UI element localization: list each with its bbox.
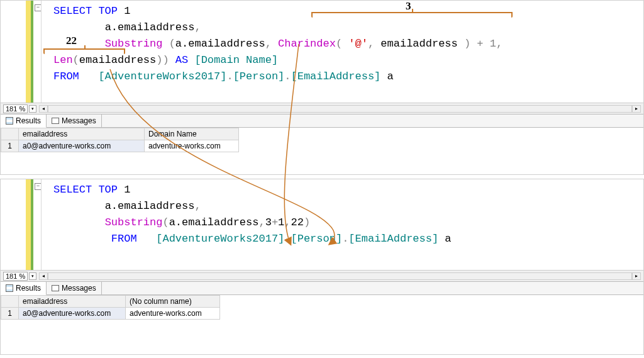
code-area-top[interactable]: − 3 22 SELECT TOP 1 a.emailaddress, Subs… xyxy=(1,1,643,103)
kw-select: SELECT xyxy=(53,184,92,196)
arg-email: a.emailaddress xyxy=(175,38,265,50)
tab-messages-label: Messages xyxy=(62,116,96,125)
db-name: [AdventureWorks2017] xyxy=(98,70,226,82)
tab-results[interactable]: Results xyxy=(1,115,47,128)
kw-as: AS xyxy=(175,54,188,66)
fn-charindex: Charindex xyxy=(278,38,336,50)
brace-22 xyxy=(43,48,125,55)
alias-a: a xyxy=(387,70,394,82)
paren: ) xyxy=(304,216,310,228)
lit-1b: 1 xyxy=(278,216,284,228)
sql-code-bottom[interactable]: SELECT TOP 1 a.emailaddress, Substring(a… xyxy=(26,179,643,270)
table-name: [EmailAddress] xyxy=(348,233,438,245)
annotation-3: 3 xyxy=(406,0,411,13)
comma: , xyxy=(265,38,272,50)
arg-email3: emailaddress xyxy=(79,54,156,66)
results-grid-top[interactable]: emailaddress Domain Name 1 a0@adventure-… xyxy=(1,128,239,152)
rownum-header xyxy=(1,128,19,140)
col-emailaddress[interactable]: emailaddress xyxy=(19,128,145,140)
alias-a: a xyxy=(445,233,451,245)
comma: , xyxy=(496,38,502,50)
paren: ( xyxy=(73,54,79,66)
scroll-left[interactable]: ◂ xyxy=(39,105,48,113)
comma: , xyxy=(194,21,201,33)
kw-from: FROM xyxy=(111,233,137,245)
rownum-cell: 1 xyxy=(1,140,19,152)
hscroll[interactable] xyxy=(48,272,632,280)
paren: )) xyxy=(156,54,169,66)
kw-from: FROM xyxy=(53,70,79,82)
scroll-right[interactable]: ▸ xyxy=(632,105,641,113)
paren: ( xyxy=(336,38,342,50)
results-grid-bottom[interactable]: emailaddress (No column name) 1 a0@adven… xyxy=(1,295,220,320)
query-editor-bottom: − SELECT TOP 1 a.emailaddress, Substring… xyxy=(0,179,644,355)
code-area-bottom[interactable]: − SELECT TOP 1 a.emailaddress, Substring… xyxy=(1,179,643,270)
results-header-row: emailaddress (No column name) xyxy=(1,296,220,308)
brace-3 xyxy=(311,12,513,18)
table-row[interactable]: 1 a0@adventure-works.com adventure-works… xyxy=(1,140,239,152)
col-email: a.emailaddress xyxy=(105,21,195,33)
kw-top: TOP xyxy=(98,5,118,17)
result-tabs-bottom: Results Messages xyxy=(1,281,643,295)
arg-email: a.emailaddress xyxy=(169,216,259,228)
lit-1: 1 xyxy=(124,184,130,196)
annotation-22: 22 xyxy=(66,35,77,47)
comma: , xyxy=(368,38,374,50)
lit-22: 22 xyxy=(291,216,304,228)
cell-domain[interactable]: adventure-works.com xyxy=(145,140,239,152)
paren: ( xyxy=(162,38,175,50)
col-emailaddress[interactable]: emailaddress xyxy=(19,296,126,308)
tab-messages[interactable]: Messages xyxy=(47,282,102,294)
col-email: a.emailaddress xyxy=(105,200,195,212)
zoom-dropdown[interactable]: ▾ xyxy=(29,105,36,113)
tab-results-label: Results xyxy=(16,284,41,293)
arg-email2: emailaddress xyxy=(380,38,457,50)
col-no-name[interactable]: (No column name) xyxy=(126,296,220,308)
scroll-right[interactable]: ▸ xyxy=(632,272,641,280)
rownum-header xyxy=(1,296,19,308)
lit-1: 1 xyxy=(124,5,130,17)
scroll-left[interactable]: ◂ xyxy=(39,272,48,280)
table-name: [EmailAddress] xyxy=(291,70,381,82)
tab-messages-label: Messages xyxy=(62,284,96,293)
dot: . xyxy=(284,233,291,245)
cell-emailaddress[interactable]: a0@adventure-works.com xyxy=(19,140,145,152)
messages-icon xyxy=(52,285,59,291)
hscroll[interactable] xyxy=(48,105,632,113)
alias-domain: [Domain Name] xyxy=(194,54,278,66)
result-tabs-top: Results Messages xyxy=(1,114,643,128)
kw-top: TOP xyxy=(98,184,118,196)
comma: , xyxy=(258,216,265,228)
query-editor-top: − 3 22 SELECT TOP 1 a.emailaddress, Subs… xyxy=(0,0,644,175)
schema-name: [Person] xyxy=(233,70,285,82)
plus: + 1 xyxy=(470,38,496,50)
zoom-bar-top: 181 % ▾ ◂ ▸ xyxy=(1,103,643,114)
rownum-cell: 1 xyxy=(1,308,19,320)
lit-at: '@' xyxy=(348,38,368,50)
gutter xyxy=(1,1,26,103)
zoom-dropdown[interactable]: ▾ xyxy=(29,272,36,280)
dot: . xyxy=(226,70,233,82)
tab-results[interactable]: Results xyxy=(1,282,47,295)
grid-icon xyxy=(6,284,13,292)
paren: ( xyxy=(162,216,169,228)
dot: . xyxy=(284,70,291,82)
fn-substring: Substring xyxy=(105,216,163,228)
paren: ) xyxy=(464,38,470,50)
fn-len: Len xyxy=(53,54,73,66)
messages-icon xyxy=(52,118,59,124)
zoom-value[interactable]: 181 % xyxy=(3,272,28,281)
cell-emailaddress[interactable]: a0@adventure-works.com xyxy=(19,308,126,320)
col-domain-name[interactable]: Domain Name xyxy=(145,128,239,140)
cell-domain[interactable]: adventure-works.com xyxy=(126,308,220,320)
results-header-row: emailaddress Domain Name xyxy=(1,128,239,140)
kw-select: SELECT xyxy=(53,5,92,17)
lit-3: 3 xyxy=(265,216,272,228)
schema-name: [Person] xyxy=(291,233,343,245)
zoom-value[interactable]: 181 % xyxy=(3,104,28,113)
comma: , xyxy=(284,216,291,228)
tab-messages[interactable]: Messages xyxy=(47,115,102,127)
table-row[interactable]: 1 a0@adventure-works.com adventure-works… xyxy=(1,308,220,320)
grid-icon xyxy=(6,117,13,125)
plus: + xyxy=(272,216,278,228)
